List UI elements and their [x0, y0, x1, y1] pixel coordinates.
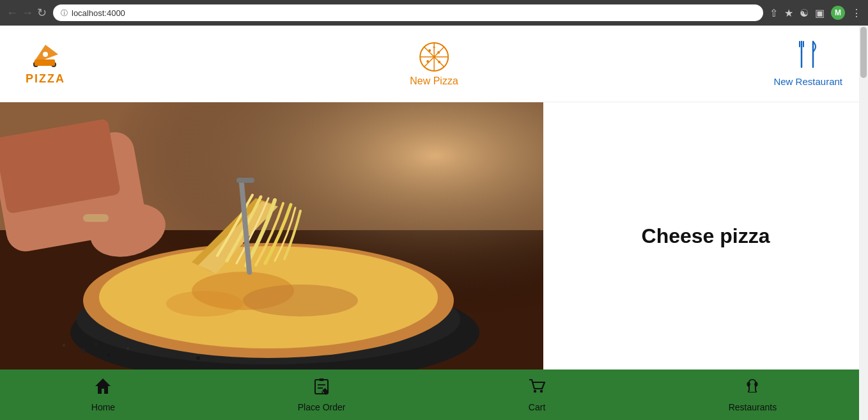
svg-rect-58	[749, 391, 756, 392]
svg-point-38	[196, 356, 200, 360]
svg-point-36	[158, 350, 162, 354]
home-label: Home	[91, 402, 115, 412]
svg-rect-26	[83, 214, 109, 222]
restaurants-label: Restaurants	[729, 402, 777, 412]
nav-item-restaurants[interactable]: Restaurants	[729, 377, 777, 412]
right-panel: Cheese pizza	[543, 102, 868, 369]
browser-nav-buttons: ← → ↻	[6, 7, 47, 19]
pizza-circle-icon	[418, 41, 450, 73]
center-brand: New Pizza	[410, 41, 458, 87]
nav-item-place-order[interactable]: Place Order	[298, 377, 346, 412]
home-icon	[94, 377, 112, 400]
svg-point-41	[107, 354, 110, 356]
back-button[interactable]: ←	[6, 7, 18, 19]
svg-point-37	[178, 354, 181, 357]
user-avatar[interactable]: M	[831, 6, 845, 20]
svg-rect-4	[35, 59, 55, 66]
bottom-nav: Home Place Order Cart	[0, 369, 868, 420]
refresh-button[interactable]: ↻	[37, 7, 47, 19]
svg-point-32	[243, 284, 358, 316]
browser-right-icons: ⇧ ★ ☯ ▣ M ⋮	[770, 6, 862, 20]
new-restaurant-section[interactable]: New Restaurant	[773, 40, 842, 87]
svg-point-51	[534, 390, 536, 393]
nav-item-home[interactable]: Home	[91, 377, 115, 412]
pizza-image	[0, 102, 543, 369]
cart-icon	[528, 377, 546, 400]
fork-knife-icon	[796, 40, 819, 74]
svg-point-39	[127, 347, 129, 350]
share-icon[interactable]: ⇧	[770, 7, 778, 19]
logo-text: PIZZA	[26, 72, 65, 86]
new-restaurant-label: New Restaurant	[773, 76, 842, 87]
url-text: localhost:4000	[72, 8, 125, 18]
svg-point-13	[438, 61, 440, 63]
restaurants-icon	[743, 377, 761, 400]
browser-chrome: ← → ↻ ⓘ localhost:4000 ⇧ ★ ☯ ▣ M ⋮	[0, 0, 868, 26]
svg-marker-44	[95, 378, 111, 394]
address-bar[interactable]: ⓘ localhost:4000	[53, 4, 763, 21]
svg-point-43	[63, 344, 66, 347]
svg-point-42	[81, 348, 86, 353]
forward-button[interactable]: →	[22, 7, 33, 19]
svg-rect-46	[319, 378, 324, 381]
svg-rect-35	[236, 178, 254, 183]
main-content: Cheese pizza	[0, 102, 868, 369]
lock-icon: ⓘ	[61, 8, 68, 18]
cart-label: Cart	[529, 402, 545, 412]
pizza-title: Cheese pizza	[642, 224, 770, 248]
star-icon[interactable]: ★	[784, 7, 793, 19]
nav-item-cart[interactable]: Cart	[528, 377, 546, 412]
svg-point-12	[426, 60, 429, 63]
menu-icon[interactable]: ⋮	[851, 7, 862, 19]
scrollbar[interactable]	[859, 26, 868, 420]
svg-point-14	[433, 46, 435, 48]
center-brand-label: New Pizza	[410, 75, 458, 87]
app-header: PIZZA New Pizza	[0, 26, 868, 102]
svg-point-40	[94, 342, 98, 346]
extensions-icon[interactable]: ☯	[800, 7, 809, 19]
place-order-label: Place Order	[298, 402, 346, 412]
place-order-icon	[313, 377, 330, 400]
scrollbar-thumb[interactable]	[860, 27, 867, 78]
svg-point-52	[540, 390, 543, 393]
svg-point-10	[428, 49, 431, 52]
logo-section: PIZZA	[26, 42, 65, 86]
pizza-logo-icon	[29, 42, 61, 72]
pizza-image-section	[0, 102, 543, 369]
svg-point-1	[43, 52, 48, 57]
layout-icon[interactable]: ▣	[815, 7, 825, 19]
svg-point-11	[437, 51, 440, 54]
svg-point-33	[166, 291, 243, 316]
